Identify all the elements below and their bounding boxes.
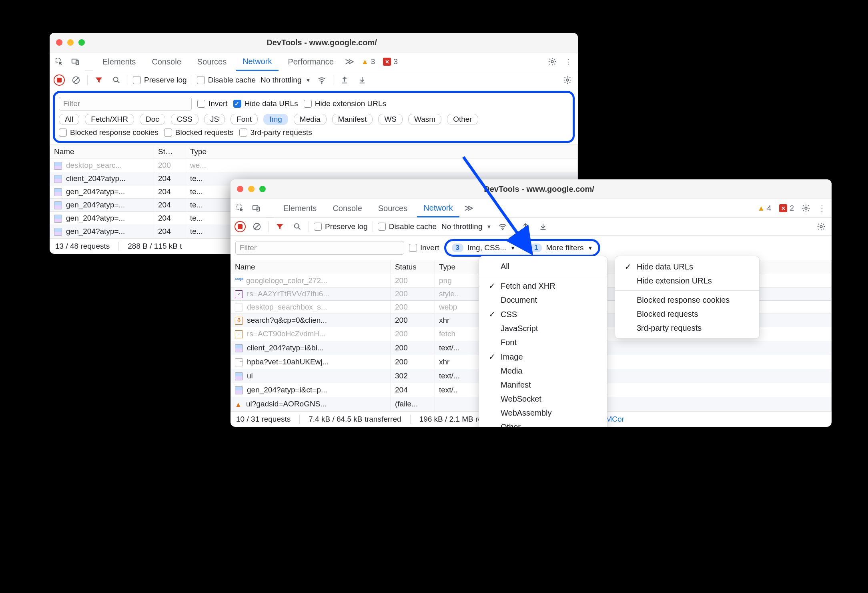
menu-item[interactable]: ✓Fetch and XHR: [479, 279, 607, 293]
warning-badge[interactable]: ▲4: [755, 204, 774, 213]
table-row[interactable]: desktop_searc...200we...: [50, 159, 578, 172]
menu-item[interactable]: ✓Hide data URLs: [615, 259, 759, 274]
menu-item[interactable]: Hide extension URLs: [615, 274, 759, 288]
invert-checkbox[interactable]: Invert: [409, 243, 439, 252]
menu-item[interactable]: 3rd-party requests: [615, 321, 759, 335]
preserve-log-checkbox[interactable]: Preserve log: [314, 222, 368, 231]
clear-icon[interactable]: [70, 74, 82, 86]
type-pill-doc[interactable]: Doc: [140, 114, 165, 125]
tab-sources[interactable]: Sources: [372, 200, 414, 217]
menu-item[interactable]: Blocked response cookies: [615, 293, 759, 307]
minimize-window-button[interactable]: [67, 39, 74, 46]
zoom-window-button[interactable]: [259, 186, 266, 192]
menu-item[interactable]: Media: [479, 364, 607, 378]
menu-item[interactable]: ✓CSS: [479, 307, 607, 322]
type-filter-dropdown[interactable]: 3 Img, CSS... ▼: [449, 242, 519, 254]
tab-console[interactable]: Console: [326, 200, 368, 217]
warning-badge[interactable]: ▲3: [359, 57, 377, 66]
menu-item[interactable]: JavaScript: [479, 322, 607, 336]
network-settings-icon[interactable]: [815, 220, 828, 233]
tab-performance[interactable]: Performance: [282, 54, 341, 70]
search-icon[interactable]: [291, 220, 304, 233]
close-window-button[interactable]: [237, 186, 243, 192]
menu-item-all[interactable]: All: [479, 259, 607, 273]
type-pill-fetch[interactable]: Fetch/XHR: [85, 114, 134, 125]
menu-item[interactable]: ✓Image: [479, 350, 607, 364]
device-icon[interactable]: [250, 202, 263, 215]
inspect-icon[interactable]: [234, 202, 247, 215]
type-pill-all[interactable]: All: [59, 114, 79, 125]
blocked-requests-checkbox[interactable]: Blocked requests: [164, 128, 234, 137]
minimize-window-button[interactable]: [248, 186, 255, 192]
menu-item[interactable]: Manifest: [479, 378, 607, 392]
kebab-icon[interactable]: ⋮: [816, 202, 828, 215]
tab-elements[interactable]: Elements: [277, 200, 323, 217]
wifi-icon[interactable]: [315, 74, 328, 86]
filter-input[interactable]: [235, 241, 404, 255]
more-filters-dropdown[interactable]: 1 More filters ▼: [527, 242, 596, 254]
tab-network[interactable]: Network: [417, 200, 459, 217]
col-type[interactable]: Type: [435, 260, 479, 274]
throttling-select[interactable]: No throttling▼: [441, 222, 491, 231]
tab-network[interactable]: Network: [236, 53, 278, 71]
upload-icon[interactable]: [519, 220, 532, 233]
error-badge[interactable]: ✕2: [777, 204, 796, 213]
type-pill-js[interactable]: JS: [204, 114, 225, 125]
col-name[interactable]: Name: [50, 145, 154, 159]
filter-icon[interactable]: [273, 220, 286, 233]
blocked-cookies-checkbox[interactable]: Blocked response cookies: [59, 128, 158, 137]
col-status[interactable]: Status: [391, 260, 435, 274]
device-icon[interactable]: [69, 55, 82, 68]
more-tabs-icon[interactable]: ≫: [463, 203, 475, 213]
third-party-checkbox[interactable]: 3rd-party requests: [239, 128, 312, 137]
request-name: ui: [247, 372, 253, 380]
kebab-icon[interactable]: ⋮: [562, 55, 575, 68]
close-window-button[interactable]: [56, 39, 62, 46]
type-pill-manifest[interactable]: Manifest: [332, 114, 373, 125]
record-button[interactable]: [54, 74, 65, 86]
disable-cache-checkbox[interactable]: Disable cache: [378, 222, 437, 231]
filter-icon[interactable]: [92, 74, 105, 86]
inspect-icon[interactable]: [53, 55, 66, 68]
record-button[interactable]: [235, 221, 246, 232]
clear-icon[interactable]: [251, 220, 263, 233]
menu-item[interactable]: Document: [479, 293, 607, 307]
menu-item[interactable]: Other: [479, 420, 607, 427]
upload-icon[interactable]: [338, 74, 351, 86]
col-name[interactable]: Name: [231, 260, 391, 274]
type-pill-img[interactable]: Img: [263, 114, 288, 125]
zoom-window-button[interactable]: [78, 39, 85, 46]
tab-sources[interactable]: Sources: [191, 54, 233, 70]
network-settings-icon[interactable]: [561, 74, 574, 86]
download-icon[interactable]: [356, 74, 369, 86]
menu-item[interactable]: WebAssembly: [479, 406, 607, 420]
download-icon[interactable]: [537, 220, 549, 233]
type-pill-media[interactable]: Media: [294, 114, 327, 125]
menu-item[interactable]: Font: [479, 336, 607, 350]
col-status[interactable]: St…: [154, 145, 186, 159]
col-type[interactable]: Type: [186, 145, 578, 159]
settings-icon[interactable]: [800, 202, 812, 215]
wifi-icon[interactable]: [496, 220, 509, 233]
invert-checkbox[interactable]: Invert: [197, 99, 228, 108]
error-badge[interactable]: ✕3: [381, 57, 400, 66]
type-pill-css[interactable]: CSS: [171, 114, 198, 125]
menu-item[interactable]: Blocked requests: [615, 307, 759, 321]
hide-extension-urls-checkbox[interactable]: Hide extension URLs: [304, 99, 386, 108]
more-tabs-icon[interactable]: ≫: [343, 56, 356, 67]
settings-icon[interactable]: [546, 55, 559, 68]
disable-cache-checkbox[interactable]: Disable cache: [197, 76, 256, 84]
menu-item[interactable]: WebSocket: [479, 392, 607, 406]
request-name: search?q&cp=0&clien...: [247, 316, 327, 324]
tab-elements[interactable]: Elements: [96, 54, 142, 70]
preserve-log-checkbox[interactable]: Preserve log: [133, 76, 187, 84]
type-pill-ws[interactable]: WS: [378, 114, 403, 125]
filter-input[interactable]: [59, 97, 192, 111]
tab-console[interactable]: Console: [145, 54, 187, 70]
type-pill-other[interactable]: Other: [447, 114, 478, 125]
type-pill-wasm[interactable]: Wasm: [408, 114, 441, 125]
throttling-select[interactable]: No throttling▼: [261, 76, 311, 84]
hide-data-urls-checkbox[interactable]: Hide data URLs: [233, 99, 298, 108]
search-icon[interactable]: [110, 74, 123, 86]
type-pill-font[interactable]: Font: [231, 114, 258, 125]
